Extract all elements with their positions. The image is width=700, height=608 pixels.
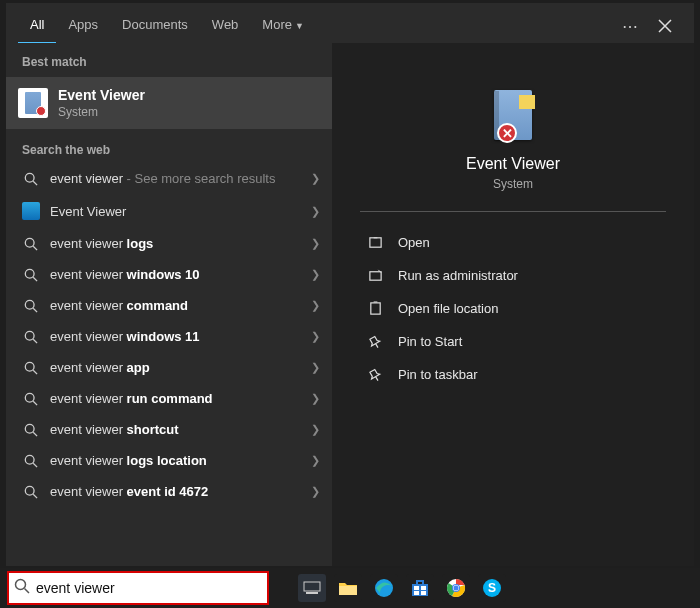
action-pin-taskbar[interactable]: Pin to taskbar xyxy=(360,358,666,391)
svg-rect-31 xyxy=(414,586,419,590)
svg-point-16 xyxy=(25,455,34,464)
svg-rect-21 xyxy=(369,272,380,280)
web-result[interactable]: event viewer app ❯ xyxy=(6,352,332,383)
web-result-bing[interactable]: Event Viewer ❯ xyxy=(6,194,332,228)
search-icon xyxy=(22,299,40,313)
svg-line-13 xyxy=(33,401,37,405)
store-icon[interactable] xyxy=(406,574,434,602)
svg-line-17 xyxy=(33,463,37,467)
svg-text:S: S xyxy=(488,581,496,595)
svg-line-19 xyxy=(33,494,37,498)
search-input[interactable] xyxy=(36,580,262,596)
web-result[interactable]: event viewer windows 11 ❯ xyxy=(6,321,332,352)
chevron-right-icon: ❯ xyxy=(305,392,320,405)
svg-rect-32 xyxy=(421,586,426,590)
event-viewer-icon xyxy=(18,88,48,118)
web-result[interactable]: event viewer command ❯ xyxy=(6,290,332,321)
svg-point-18 xyxy=(25,486,34,495)
svg-rect-34 xyxy=(421,591,426,595)
tab-documents[interactable]: Documents xyxy=(110,9,200,44)
svg-point-12 xyxy=(25,393,34,402)
detail-subtitle: System xyxy=(493,177,533,191)
svg-line-9 xyxy=(33,339,37,343)
action-run-admin[interactable]: Run as administrator xyxy=(360,259,666,292)
chevron-right-icon: ❯ xyxy=(305,330,320,343)
svg-rect-33 xyxy=(414,591,419,595)
bing-icon xyxy=(22,202,40,220)
search-icon xyxy=(22,392,40,406)
svg-rect-27 xyxy=(306,592,318,594)
search-icon xyxy=(22,237,40,251)
action-pin-start[interactable]: Pin to Start xyxy=(360,325,666,358)
section-search-web: Search the web xyxy=(6,131,332,163)
web-result[interactable]: event viewer run command ❯ xyxy=(6,383,332,414)
detail-pane: ✕ Event Viewer System Open Run as admini… xyxy=(332,43,694,566)
svg-line-3 xyxy=(33,246,37,250)
skype-icon[interactable]: S xyxy=(478,574,506,602)
svg-line-1 xyxy=(33,181,37,185)
file-explorer-icon[interactable] xyxy=(334,574,362,602)
options-button[interactable]: ⋯ xyxy=(612,11,648,42)
svg-point-10 xyxy=(25,362,34,371)
svg-point-2 xyxy=(25,238,34,247)
open-icon xyxy=(364,235,386,250)
svg-point-6 xyxy=(25,300,34,309)
best-match-item[interactable]: Event Viewer System xyxy=(6,77,332,129)
tab-more[interactable]: More▼ xyxy=(250,9,316,44)
app-card: ✕ Event Viewer System xyxy=(360,63,666,212)
results-pane: Best match Event Viewer System Search th… xyxy=(6,43,332,566)
edge-icon[interactable] xyxy=(370,574,398,602)
web-result[interactable]: event viewer shortcut ❯ xyxy=(6,414,332,445)
section-best-match: Best match xyxy=(6,43,332,75)
svg-point-14 xyxy=(25,424,34,433)
search-icon xyxy=(22,423,40,437)
svg-line-5 xyxy=(33,277,37,281)
web-result[interactable]: event viewer windows 10 ❯ xyxy=(6,259,332,290)
svg-point-4 xyxy=(25,269,34,278)
search-icon xyxy=(14,578,30,598)
chrome-icon[interactable] xyxy=(442,574,470,602)
search-icon xyxy=(22,330,40,344)
best-match-title: Event Viewer xyxy=(58,87,145,103)
svg-point-0 xyxy=(25,173,34,182)
taskbar-search[interactable] xyxy=(8,572,268,604)
tab-all[interactable]: All xyxy=(18,9,56,44)
task-view-icon[interactable] xyxy=(298,574,326,602)
web-result[interactable]: event viewer event id 4672 ❯ xyxy=(6,476,332,507)
chevron-right-icon: ❯ xyxy=(305,485,320,498)
event-viewer-icon: ✕ xyxy=(487,89,539,141)
chevron-right-icon: ❯ xyxy=(305,361,320,374)
detail-title: Event Viewer xyxy=(466,155,560,173)
pin-icon xyxy=(364,367,386,382)
svg-rect-22 xyxy=(370,303,379,314)
chevron-right-icon: ❯ xyxy=(305,237,320,250)
tab-apps[interactable]: Apps xyxy=(56,9,110,44)
search-icon xyxy=(22,454,40,468)
close-button[interactable] xyxy=(648,13,682,39)
search-icon xyxy=(22,268,40,282)
web-result[interactable]: event viewer logs ❯ xyxy=(6,228,332,259)
action-open-location[interactable]: Open file location xyxy=(360,292,666,325)
search-icon xyxy=(22,361,40,375)
svg-line-15 xyxy=(33,432,37,436)
chevron-right-icon: ❯ xyxy=(305,205,320,218)
pin-icon xyxy=(364,334,386,349)
search-icon xyxy=(22,172,40,186)
shield-icon xyxy=(364,268,386,283)
web-result[interactable]: event viewer logs location ❯ xyxy=(6,445,332,476)
svg-point-8 xyxy=(25,331,34,340)
tab-web[interactable]: Web xyxy=(200,9,251,44)
folder-icon xyxy=(364,301,386,316)
svg-rect-26 xyxy=(304,582,320,591)
best-match-subtitle: System xyxy=(58,105,145,119)
chevron-right-icon: ❯ xyxy=(305,454,320,467)
web-result[interactable]: event viewer - See more search results ❯ xyxy=(6,163,332,194)
svg-line-25 xyxy=(25,589,30,594)
svg-rect-20 xyxy=(369,238,380,247)
chevron-right-icon: ❯ xyxy=(305,268,320,281)
action-open[interactable]: Open xyxy=(360,226,666,259)
taskbar: S xyxy=(0,568,700,608)
chevron-right-icon: ❯ xyxy=(305,423,320,436)
chevron-right-icon: ❯ xyxy=(305,299,320,312)
svg-point-38 xyxy=(454,586,459,591)
